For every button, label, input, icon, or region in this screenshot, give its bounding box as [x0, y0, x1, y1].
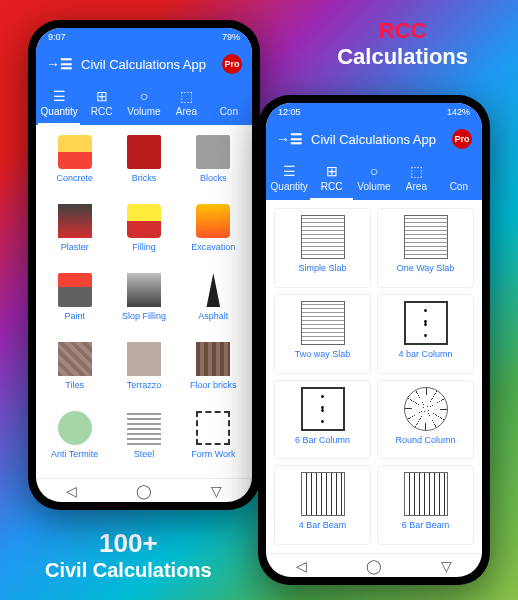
item-label: Bricks	[111, 173, 176, 183]
item-icon	[127, 204, 161, 238]
item-label: Tiles	[42, 380, 107, 390]
item-paint[interactable]: Paint	[42, 269, 107, 334]
tab-con[interactable]: Con	[438, 157, 480, 200]
nav-recent-icon[interactable]: ▽	[441, 558, 452, 574]
item-round-column[interactable]: Round Column	[377, 380, 474, 460]
tab-label: Area	[406, 181, 427, 192]
pro-badge[interactable]: Pro	[452, 129, 472, 149]
phone-quantity: 9:07 79% →☰ Civil Calculations App Pro ☰…	[28, 20, 260, 510]
tab-icon: ⬚	[395, 163, 437, 179]
item-filling[interactable]: Filling	[111, 200, 176, 265]
item-slop-filling[interactable]: Slop Filling	[111, 269, 176, 334]
tabs: ☰Quantity⊞RCC○Volume⬚AreaCon	[36, 82, 252, 125]
item-icon	[404, 472, 448, 516]
menu-icon[interactable]: →☰	[276, 131, 303, 147]
item-icon	[58, 135, 92, 169]
app-header: →☰ Civil Calculations App Pro	[266, 121, 482, 157]
tab-icon: ⊞	[80, 88, 122, 104]
item-bricks[interactable]: Bricks	[111, 131, 176, 196]
item-icon	[127, 411, 161, 445]
tab-label: RCC	[91, 106, 113, 117]
item-label: Floor bricks	[181, 380, 246, 390]
tab-quantity[interactable]: ☰Quantity	[38, 82, 80, 125]
tab-con[interactable]: Con	[208, 82, 250, 125]
item-terrazzo[interactable]: Terrazzo	[111, 338, 176, 403]
item-concrete[interactable]: Concrete	[42, 131, 107, 196]
status-battery: 79%	[222, 32, 240, 42]
item-label: Plaster	[42, 242, 107, 252]
tab-icon: ☰	[38, 88, 80, 104]
menu-icon[interactable]: →☰	[46, 56, 73, 72]
item-label: Form Work	[181, 449, 246, 459]
tab-quantity[interactable]: ☰Quantity	[268, 157, 310, 200]
tab-label: RCC	[321, 181, 343, 192]
item-label: 6 Bar Column	[281, 435, 364, 445]
phone-rcc: 12:05 142% →☰ Civil Calculations App Pro…	[258, 95, 490, 585]
tab-volume[interactable]: ○Volume	[123, 82, 165, 125]
item-form-work[interactable]: Form Work	[181, 407, 246, 472]
item-icon	[301, 472, 345, 516]
item-icon	[196, 411, 230, 445]
item-label: Simple Slab	[281, 263, 364, 273]
tab-rcc[interactable]: ⊞RCC	[310, 157, 352, 200]
tab-icon: ⊞	[310, 163, 352, 179]
item-label: Terrazzo	[111, 380, 176, 390]
nav-back-icon[interactable]: ◁	[66, 483, 77, 499]
quantity-grid: ConcreteBricksBlocksPlasterFillingExcava…	[36, 125, 252, 478]
item-label: Two way Slab	[281, 349, 364, 359]
nav-back-icon[interactable]: ◁	[296, 558, 307, 574]
item-icon	[58, 204, 92, 238]
item-one-way-slab[interactable]: One Way Slab	[377, 208, 474, 288]
item-label: Concrete	[42, 173, 107, 183]
item-blocks[interactable]: Blocks	[181, 131, 246, 196]
item-asphalt[interactable]: Asphalt	[181, 269, 246, 334]
tab-label: Con	[220, 106, 238, 117]
tab-label: Area	[176, 106, 197, 117]
item-4-bar-beam[interactable]: 4 Bar Beam	[274, 465, 371, 545]
tab-area[interactable]: ⬚Area	[165, 82, 207, 125]
item-icon	[58, 411, 92, 445]
item-label: Paint	[42, 311, 107, 321]
tab-label: Volume	[127, 106, 160, 117]
item-label: Slop Filling	[111, 311, 176, 321]
tab-area[interactable]: ⬚Area	[395, 157, 437, 200]
item-steel[interactable]: Steel	[111, 407, 176, 472]
app-title: Civil Calculations App	[311, 132, 444, 147]
item-icon	[58, 273, 92, 307]
promo-top: RCC Calculations	[337, 18, 468, 70]
item-simple-slab[interactable]: Simple Slab	[274, 208, 371, 288]
item-6-bar-beam[interactable]: 6 Bar Beam	[377, 465, 474, 545]
nav-home-icon[interactable]: ◯	[136, 483, 152, 499]
status-battery: 142%	[447, 107, 470, 117]
item-label: Blocks	[181, 173, 246, 183]
item-icon	[58, 342, 92, 376]
tab-icon: ○	[353, 163, 395, 179]
status-time: 9:07	[48, 32, 66, 42]
item-icon	[127, 342, 161, 376]
tab-volume[interactable]: ○Volume	[353, 157, 395, 200]
item-label: Excavation	[181, 242, 246, 252]
pro-badge[interactable]: Pro	[222, 54, 242, 74]
item-icon	[404, 215, 448, 259]
item-4-bar-column[interactable]: 4 bar Column	[377, 294, 474, 374]
item-two-way-slab[interactable]: Two way Slab	[274, 294, 371, 374]
item-icon	[404, 387, 448, 431]
item-label: Steel	[111, 449, 176, 459]
statusbar: 9:07 79%	[36, 28, 252, 46]
tab-label: Quantity	[271, 181, 308, 192]
item-icon	[404, 301, 448, 345]
item-label: Anti Termite	[42, 449, 107, 459]
promo-title: RCC	[337, 18, 468, 44]
item-anti-termite[interactable]: Anti Termite	[42, 407, 107, 472]
item-excavation[interactable]: Excavation	[181, 200, 246, 265]
item-6-bar-column[interactable]: 6 Bar Column	[274, 380, 371, 460]
item-tiles[interactable]: Tiles	[42, 338, 107, 403]
item-label: 4 Bar Beam	[281, 520, 364, 530]
nav-home-icon[interactable]: ◯	[366, 558, 382, 574]
item-floor-bricks[interactable]: Floor bricks	[181, 338, 246, 403]
tab-rcc[interactable]: ⊞RCC	[80, 82, 122, 125]
nav-recent-icon[interactable]: ▽	[211, 483, 222, 499]
item-label: Asphalt	[181, 311, 246, 321]
item-plaster[interactable]: Plaster	[42, 200, 107, 265]
promo-subtitle: Calculations	[337, 44, 468, 70]
